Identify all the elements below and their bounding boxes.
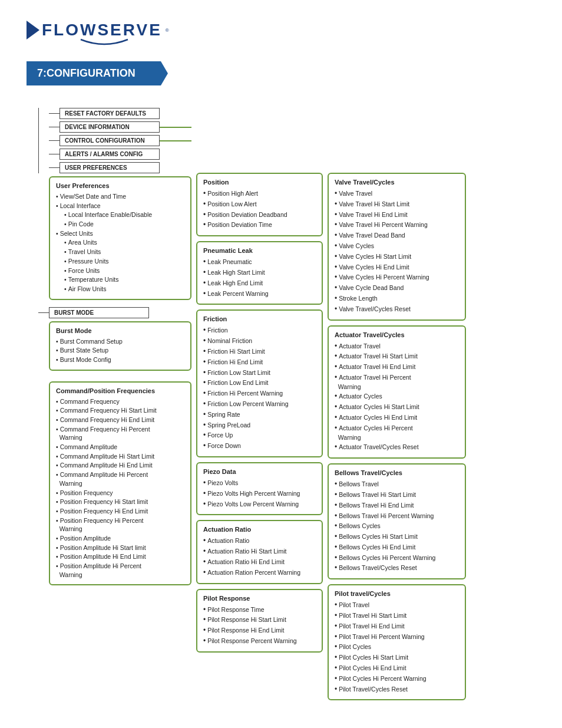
pilot-resp-item-2: Pilot Response Hi End Limit (203, 625, 316, 635)
friction-item-6: Friction Hi Percent Warning (203, 388, 316, 398)
at-item-8: Actuator Travel/Cycles Reset (335, 442, 459, 452)
page: FLOWSERVE ® 7:CONFIGURATION RESET FACTOR… (12, 12, 550, 709)
cmd-freq-item-6: Command Amplitude Hi End Limit (56, 461, 184, 470)
friction-item-3: Friction Hi End Limit (203, 357, 316, 367)
cmd-freq-item-1: Command Frequency Hi Start Limit (56, 406, 184, 415)
pt-item-8: Pilot Travel/Cycles Reset (335, 684, 459, 694)
piezo-title: Piezo Data (203, 468, 316, 475)
friction-item-11: Force Down (203, 441, 316, 451)
at-item-4: Actuator Cycles (335, 391, 459, 401)
vt-item-7: Valve Cycles Hi End Limit (335, 262, 459, 272)
bt-item-2: Bellows Travel Hi End Limit (335, 500, 459, 510)
act-item-1: Actuation Ratio Hi Start Limit (203, 546, 316, 556)
cmd-freq-area: Command/Position Frequencies Command Fre… (49, 381, 191, 586)
bt-item-3: Bellows Travel Hi Percent Warning (335, 511, 459, 521)
friction-item-9: Spring PreLoad (203, 420, 316, 430)
logo-top: FLOWSERVE ® (27, 21, 169, 39)
pilot-resp-item-0: Pilot Response Time (203, 605, 316, 615)
user-preferences-content: User Preferences View/Set Date and Time … (49, 176, 191, 300)
bt-item-1: Bellows Travel Hi Start Limit (335, 490, 459, 500)
logo-inner: FLOWSERVE ® (27, 21, 169, 47)
at-item-6: Actuator Cycles Hi End Limit (335, 413, 459, 423)
pt-item-5: Pilot Cycles Hi Start Limit (335, 653, 459, 663)
friction-item-10: Force Up (203, 430, 316, 440)
pref-item-1: Local Interface (56, 202, 184, 210)
pneumatic-leak-list: Leak Pneumatic Leak High Start Limit Lea… (203, 257, 316, 298)
pos-item-3: Position Deviation Time (203, 220, 316, 230)
pref-item-5: Area Units (56, 238, 184, 247)
menu-item-control: CONTROL CONFIGURATION (49, 135, 191, 146)
alerts-alarms-box: ALERTS / ALARMS CONFIG (59, 149, 160, 160)
cmd-freq-item-0: Command Frequency (56, 397, 184, 406)
vt-item-8: Valve Cycles Hi Percent Warning (335, 272, 459, 282)
at-item-2: Actuator Travel Hi End Limit (335, 362, 459, 372)
cmd-freq-title: Command/Position Frequencies (56, 387, 184, 394)
user-pref-area: User Preferences View/Set Date and Time … (49, 176, 191, 300)
vt-item-1: Valve Travel Hi Start Limit (335, 199, 459, 209)
logo-text: FLOWSERVE (42, 21, 162, 39)
actuation-ratio-content: Actuation Ratio Actuation Ratio Actuatio… (196, 520, 323, 584)
pref-item-10: Air Flow Units (56, 285, 184, 294)
vt-item-9: Valve Cycle Dead Band (335, 283, 459, 293)
position-list: Position High Alert Position Low Alert P… (203, 189, 316, 230)
actuator-travel-cycles-content: Actuator Travel/Cycles Actuator Travel A… (328, 325, 466, 459)
pilot-response-title: Pilot Response (203, 595, 316, 602)
control-configuration-box: CONTROL CONFIGURATION (59, 135, 160, 146)
pt-item-6: Pilot Cycles Hi End Limit (335, 663, 459, 673)
position-title: Position (203, 179, 316, 186)
vt-item-6: Valve Cycles Hi Start Limit (335, 252, 459, 262)
pos-item-1: Position Low Alert (203, 199, 316, 209)
pref-item-9: Temperature Units (56, 275, 184, 284)
cmd-freq-item-15: Position Amplitude Hi Percent Warning (56, 562, 184, 579)
pilot-travel-cycles-content: Pilot travel/Cycles Pilot Travel Pilot T… (328, 584, 466, 700)
vt-item-0: Valve Travel (335, 189, 459, 199)
valve-travel-title: Valve Travel/Cycles (335, 179, 459, 186)
vt-item-5: Valve Cycles (335, 241, 459, 251)
pref-item-3: Pin Code (56, 220, 184, 229)
pt-item-2: Pilot Travel Hi End Limit (335, 621, 459, 631)
vt-item-10: Stroke Length (335, 294, 459, 304)
pilot-resp-item-3: Pilot Response Percent Warning (203, 636, 316, 646)
top-menu-tree: RESET FACTORY DEFAULTS DEVICE INFORMATIO… (38, 108, 191, 173)
at-item-1: Actuator Travel Hi Start Limit (335, 351, 459, 361)
friction-list: Friction Nominal Friction Friction Hi St… (203, 325, 316, 451)
svg-marker-0 (27, 21, 39, 39)
burst-mode-content: Burst Mode Burst Command Setup Burst Sta… (49, 321, 191, 371)
pt-item-7: Pilot Cycles Hi Percent Warning (335, 674, 459, 684)
pilot-resp-item-1: Pilot Response Hi Start Limit (203, 615, 316, 625)
pos-item-0: Position High Alert (203, 189, 316, 199)
pilot-travel-list: Pilot Travel Pilot Travel Hi Start Limit… (335, 600, 459, 694)
cmd-freq-item-7: Command Amplitude Hi Percent Warning (56, 470, 184, 487)
actuator-travel-list: Actuator Travel Actuator Travel Hi Start… (335, 341, 459, 453)
piezo-item-2: Piezo Volts Low Percent Warning (203, 499, 316, 509)
page-title: 7:CONFIGURATION (27, 61, 168, 85)
cmd-freq-item-13: Position Amplitude Hi Start limit (56, 543, 184, 552)
burst-list: Burst Command Setup Burst State Setup Bu… (56, 337, 184, 364)
position-content: Position Position High Alert Position Lo… (196, 173, 323, 236)
bellows-travel-cycles-content: Bellows Travel/Cycles Bellows Travel Bel… (328, 463, 466, 579)
piezo-data-content: Piezo Data Piezo Volts Piezo Volts High … (196, 462, 323, 515)
leak-item-1: Leak High Start Limit (203, 268, 316, 278)
pneumatic-leak-title: Pneumatic Leak (203, 247, 316, 254)
pref-item-6: Travel Units (56, 248, 184, 256)
actuator-travel-title: Actuator Travel/Cycles (335, 331, 459, 338)
friction-item-4: Friction Low Start Limit (203, 368, 316, 378)
vt-item-11: Valve Travel/Cycles Reset (335, 304, 459, 314)
pref-item-7: Pressure Units (56, 257, 184, 266)
friction-item-5: Friction Low End Limit (203, 378, 316, 388)
pilot-travel-title: Pilot travel/Cycles (335, 590, 459, 597)
bt-item-0: Bellows Travel (335, 479, 459, 489)
act-item-0: Actuation Ratio (203, 536, 316, 546)
actuation-ratio-title: Actuation Ratio (203, 526, 316, 533)
menu-item-user-pref: USER PREFERENCES (49, 162, 191, 173)
bellows-travel-title: Bellows Travel/Cycles (335, 469, 459, 476)
pt-item-3: Pilot Travel Hi Percent Warning (335, 632, 459, 642)
bt-item-8: Bellows Travel/Cycles Reset (335, 563, 459, 573)
pilot-response-list: Pilot Response Time Pilot Response Hi St… (203, 605, 316, 646)
leak-item-0: Leak Pneumatic (203, 257, 316, 267)
cmd-freq-item-10: Position Frequency Hi End Limit (56, 507, 184, 516)
pref-item-0: View/Set Date and Time (56, 192, 184, 201)
piezo-list: Piezo Volts Piezo Volts High Percent War… (203, 478, 316, 509)
left-column: RESET FACTORY DEFAULTS DEVICE INFORMATIO… (27, 108, 191, 585)
cmd-freq-item-2: Command Frequency Hi End Limit (56, 416, 184, 424)
